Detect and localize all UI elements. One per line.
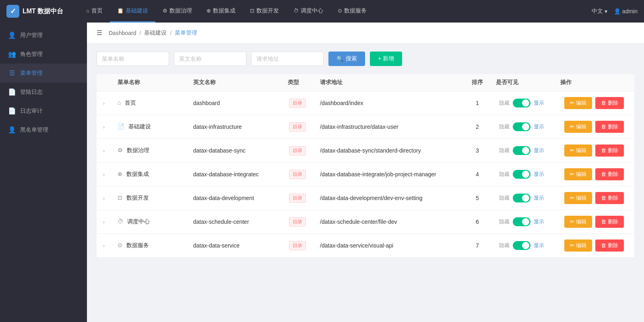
visibility-toggle[interactable]	[513, 194, 530, 202]
row-name: 基础建设	[128, 123, 151, 130]
sidebar-item-login-log[interactable]: 📄 登陆日志	[0, 83, 87, 101]
edit-button[interactable]: ✏ 编辑	[564, 168, 592, 180]
expand-icon[interactable]: ›	[103, 172, 105, 178]
row-url: /datax-data-service/visual-api	[320, 242, 393, 249]
nav-item-service[interactable]: ⊙ 数据服务	[330, 0, 374, 23]
edit-button[interactable]: ✏ 编辑	[564, 121, 592, 133]
type-badge: 目录	[289, 217, 306, 227]
sidebar-toggle-icon[interactable]: ☰	[97, 29, 102, 37]
lang-switcher[interactable]: 中文 ▾	[592, 8, 607, 15]
expand-icon[interactable]: ›	[103, 219, 105, 225]
delete-button[interactable]: 🗑 删除	[595, 144, 624, 157]
nav-label-integration: 数据集成	[213, 7, 235, 14]
visibility-toggle[interactable]	[513, 217, 530, 226]
filter-name-input[interactable]	[97, 52, 169, 66]
filter-url-input[interactable]	[251, 52, 324, 66]
visibility-toggle[interactable]	[513, 99, 530, 107]
th-expand	[97, 74, 111, 91]
delete-button[interactable]: 🗑 删除	[595, 239, 624, 252]
delete-button[interactable]: 🗑 删除	[595, 216, 624, 228]
expand-cell: ›	[97, 115, 111, 139]
sidebar-item-blacklist[interactable]: 👤 黑名单管理	[0, 120, 87, 139]
row-url: /datax-schedule-center/file-dev	[320, 219, 397, 225]
edit-button[interactable]: ✏ 编辑	[564, 239, 592, 252]
visibility-toggle[interactable]	[513, 170, 530, 179]
row-name: 调度中心	[127, 218, 150, 225]
type-badge: 目录	[289, 99, 306, 108]
row-en-name: datax-data-development	[193, 195, 254, 201]
login-log-icon: 📄	[8, 88, 16, 96]
role-mgmt-icon: 👥	[8, 50, 16, 58]
edit-button[interactable]: ✏ 编辑	[564, 144, 592, 157]
show-label: 显示	[534, 123, 544, 130]
nav-label-service: 数据服务	[344, 7, 367, 14]
visibility-toggle[interactable]	[513, 146, 530, 155]
row-url: /datax-data-development/dev-env-setting	[320, 195, 422, 201]
edit-button[interactable]: ✏ 编辑	[564, 192, 592, 204]
app-title: LMT 数据中台	[23, 7, 63, 16]
visibility-toggle[interactable]	[513, 122, 530, 131]
filter-en-input[interactable]	[174, 52, 246, 66]
hide-label: 隐藏	[499, 99, 510, 107]
nav-item-dev[interactable]: ⊡ 数据开发	[243, 0, 286, 23]
delete-button[interactable]: 🗑 删除	[595, 97, 624, 109]
order-cell: 4	[465, 163, 489, 186]
delete-button[interactable]: 🗑 删除	[595, 121, 624, 133]
sidebar-label-menu: 菜单管理	[20, 70, 43, 77]
edit-button[interactable]: ✏ 编辑	[564, 97, 592, 109]
add-button[interactable]: + 新增	[370, 52, 402, 66]
nav-item-infra[interactable]: 📋 基础建设	[110, 0, 155, 23]
type-cell: 目录	[281, 139, 314, 163]
delete-button[interactable]: 🗑 删除	[595, 192, 624, 204]
visibility-toggle[interactable]	[513, 241, 530, 250]
expand-icon[interactable]: ›	[103, 243, 105, 249]
lang-chevron-icon: ▾	[605, 8, 607, 14]
breadcrumb-infra[interactable]: 基础建设	[144, 29, 167, 37]
nav-item-integration[interactable]: ⊕ 数据集成	[199, 0, 243, 23]
nav-item-home[interactable]: ⌂ 首页	[79, 0, 110, 23]
url-cell: /datax-infrastructure/datax-user	[314, 115, 465, 139]
show-label: 显示	[534, 194, 544, 202]
order-cell: 5	[465, 186, 489, 210]
table-row: › 📄 基础建设 datax-infrastructure 目录 /datax-…	[97, 115, 634, 139]
top-nav: ✓ LMT 数据中台 ⌂ 首页 📋 基础建设 ⚙ 数据治理 ⊕ 数据集成 ⊡ 数…	[0, 0, 644, 23]
expand-icon[interactable]: ›	[103, 148, 105, 154]
sidebar: 👤 用户管理 👥 角色管理 ☰ 菜单管理 📄 登陆日志 📄 日志审计 👤 黑名单…	[0, 23, 87, 322]
expand-icon[interactable]: ›	[103, 196, 105, 201]
row-en-name: datax-database-integratec	[193, 171, 259, 178]
user-menu[interactable]: 👤 admin	[614, 8, 638, 14]
breadcrumb-dashboard[interactable]: Dashboard	[109, 30, 136, 36]
row-order: 2	[476, 124, 479, 130]
row-name: 数据集成	[126, 171, 149, 177]
breadcrumb-sep-2: /	[170, 30, 171, 36]
sidebar-item-user[interactable]: 👤 用户管理	[0, 26, 87, 45]
sidebar-item-role[interactable]: 👥 角色管理	[0, 45, 87, 64]
type-badge: 目录	[289, 194, 306, 203]
th-action: 操作	[554, 74, 634, 91]
type-badge: 目录	[289, 122, 306, 132]
sidebar-item-audit-log[interactable]: 📄 日志审计	[0, 101, 87, 120]
edit-button[interactable]: ✏ 编辑	[564, 216, 592, 228]
row-type-icon: ⊙	[118, 242, 122, 248]
search-button[interactable]: 🔍 搜索	[328, 52, 365, 66]
expand-icon[interactable]: ›	[103, 124, 105, 130]
th-en-name: 英文名称	[187, 74, 281, 91]
delete-button[interactable]: 🗑 删除	[595, 168, 624, 180]
table-wrap: 菜单名称 英文名称 类型 请求地址 排序 是否可见 操作 › ⌂ 首页	[97, 74, 634, 257]
expand-icon[interactable]: ›	[103, 101, 105, 106]
nav-item-scheduler[interactable]: ⏱ 调度中心	[286, 0, 330, 23]
sidebar-label-login-log: 登陆日志	[20, 89, 43, 96]
expand-cell: ›	[97, 139, 111, 163]
nav-items: ⌂ 首页 📋 基础建设 ⚙ 数据治理 ⊕ 数据集成 ⊡ 数据开发 ⏱ 调度中心 …	[79, 0, 592, 23]
visible-cell: 隐藏 显示	[489, 139, 554, 163]
sidebar-item-menu[interactable]: ☰ 菜单管理	[0, 64, 87, 83]
nav-label-governance: 数据治理	[169, 7, 192, 14]
breadcrumb-sep-1: /	[140, 30, 141, 36]
show-label: 显示	[534, 99, 544, 107]
add-label: + 新增	[378, 55, 394, 62]
breadcrumb-menu-mgmt: 菜单管理	[175, 29, 197, 37]
nav-item-governance[interactable]: ⚙ 数据治理	[155, 0, 199, 23]
type-cell: 目录	[281, 234, 314, 258]
nav-label-scheduler: 调度中心	[301, 7, 323, 14]
hide-label: 隐藏	[499, 194, 510, 202]
